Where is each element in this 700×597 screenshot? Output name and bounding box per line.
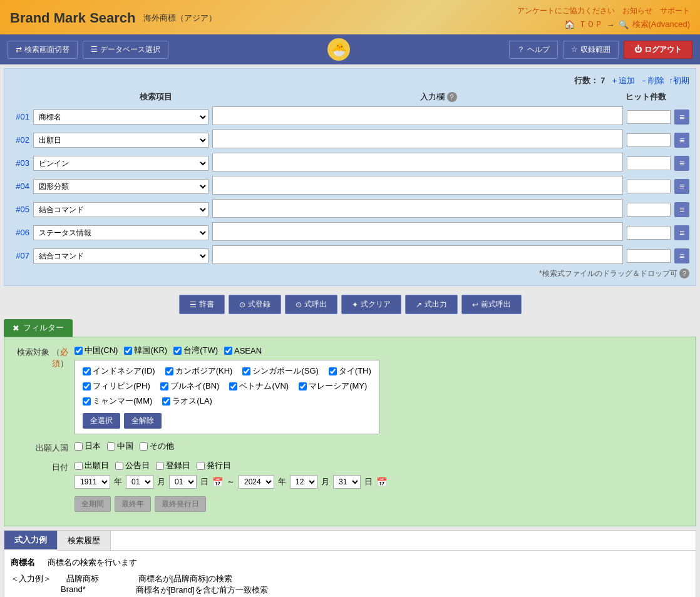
hit-count-1[interactable] [627,110,671,124]
row-num-3[interactable]: #03 [11,158,29,168]
survey-link[interactable]: アンケートにご協力ください [517,6,615,16]
search-textarea-2[interactable] [212,130,623,148]
collect-button[interactable]: ☆ 収録範囲 [563,41,619,59]
to-year-select[interactable]: 2024 [239,475,274,489]
hit-count-2[interactable] [627,133,671,147]
logout-button[interactable]: ⏻ ログアウト [624,41,692,59]
checkbox-la[interactable]: ラオス(LA) [162,395,212,407]
checkbox-ph[interactable]: フィリピン(PH) [83,380,150,392]
checkbox-kh[interactable]: カンボジア(KH) [165,365,233,377]
field-select-4[interactable]: 商標名出願日ピンイン図形分類結合コマンドステータス情報 [33,179,208,194]
field-select-5[interactable]: 商標名出願日ピンイン図形分類結合コマンドステータス情報 [33,202,208,217]
prev-formula-icon: ↩ [472,300,478,309]
latest-year-button[interactable]: 最終年 [115,496,151,512]
formula-output-icon: ↗ [416,300,422,309]
formula-output-button[interactable]: ↗ 式出力 [405,295,458,314]
notice-link[interactable]: お知らせ [622,6,652,16]
field-select-2[interactable]: 商標名出願日ピンイン図形分類結合コマンドステータス情報 [33,133,208,148]
row-num-6[interactable]: #06 [11,228,29,237]
checkbox-bn[interactable]: ブルネイ(BN) [160,380,220,392]
checkbox-jp[interactable]: 日本 [75,441,101,452]
field-select-7[interactable]: 商標名出願日ピンイン図形分類結合コマンドステータス情報 [33,248,208,263]
support-link[interactable]: サポート [660,6,690,16]
all-period-button[interactable]: 全期間 [75,496,111,512]
hit-count-6[interactable] [627,226,671,240]
from-month-select[interactable]: 01 [126,475,153,489]
from-day-select[interactable]: 01 [169,475,197,489]
search-textarea-1[interactable] [212,106,623,125]
field-select-3[interactable]: 商標名出願日ピンイン図形分類結合コマンドステータス情報 [33,156,208,171]
checkbox-gazette[interactable]: 公告日 [115,460,150,471]
asean-checkbox[interactable] [224,347,232,355]
reset-rows-link[interactable]: ↑初期 [669,75,690,86]
hit-count-3[interactable] [627,156,671,170]
select-all-button[interactable]: 全選択 [83,413,120,429]
switch-screen-button[interactable]: ⇄ 検索画面切替 [8,41,78,59]
field-select-6[interactable]: 商標名出願日ピンイン図形分類結合コマンドステータス情報 [33,225,208,240]
formula-recall-button[interactable]: ⊙ 式呼出 [285,295,337,314]
from-year-select[interactable]: 1911 [75,475,110,489]
checkbox-asean[interactable]: ASEAN [224,346,262,355]
row-num-4[interactable]: #04 [11,181,29,191]
deselect-all-button[interactable]: 全解除 [124,413,162,429]
checkbox-filing[interactable]: 出願日 [75,460,109,471]
search-area-header: 行数： 7 ＋追加 －削除 ↑初期 [11,75,689,86]
tab-formula-input[interactable]: 式入力例 [4,531,58,551]
to-month-select[interactable]: 12 [290,475,317,489]
row-num-5[interactable]: #05 [11,205,29,214]
row-num-1[interactable]: #01 [11,112,29,121]
search-textarea-5[interactable] [212,199,623,218]
formula-clear-button[interactable]: ✦ 式クリア [341,295,401,314]
db-select-button[interactable]: ☰ データベース選択 [83,41,168,59]
row-num-7[interactable]: #07 [11,251,29,260]
add-row-link[interactable]: ＋追加 [610,75,635,86]
checkbox-mm[interactable]: ミャンマー(MM) [83,395,152,407]
row-menu-btn-7[interactable]: ≡ [674,248,689,263]
tab-search-history[interactable]: 検索履歴 [58,531,111,550]
checkbox-vn[interactable]: ベトナム(VN) [229,380,289,392]
row-menu-btn-3[interactable]: ≡ [674,156,689,171]
delete-row-link[interactable]: －削除 [640,75,664,86]
dict-button[interactable]: ☰ 辞書 [179,295,225,314]
input-help-icon[interactable]: ? [447,92,457,102]
top-link[interactable]: ＴＯＰ [579,19,603,30]
row-menu-btn-6[interactable]: ≡ [674,225,689,240]
field-select-1[interactable]: 商標名出願日ピンイン図形分類結合コマンドステータス情報 [33,110,208,125]
checkbox-cn2[interactable]: 中国 [107,441,133,452]
row-menu-btn-1[interactable]: ≡ [674,110,689,125]
row-menu-btn-5[interactable]: ≡ [674,202,689,217]
filter-header[interactable]: ✖ フィルター [4,319,73,337]
checkbox-tw[interactable]: 台湾(TW) [173,345,218,356]
to-day-select[interactable]: 31 [333,475,361,489]
row-menu-btn-2[interactable]: ≡ [674,133,689,148]
advanced-link[interactable]: 検索(Advanced) [632,19,690,30]
row-menu-btn-4[interactable]: ≡ [674,179,689,194]
search-textarea-3[interactable] [212,153,623,171]
search-textarea-4[interactable] [212,176,623,195]
row-num-2[interactable]: #02 [11,135,29,145]
checkbox-other[interactable]: その他 [140,441,174,452]
search-textarea-6[interactable] [212,222,623,241]
kr-checkbox[interactable] [124,347,132,355]
to-calendar-icon[interactable]: 📅 [376,477,387,487]
tw-checkbox[interactable] [173,347,182,355]
checkbox-kr[interactable]: 韓国(KR) [124,345,167,356]
checkbox-sg[interactable]: シンガポール(SG) [242,365,318,377]
hit-count-7[interactable] [627,249,671,263]
from-calendar-icon[interactable]: 📅 [212,477,223,487]
checkbox-pub[interactable]: 発行日 [197,460,231,471]
help-button[interactable]: ？ ヘルプ [509,41,558,59]
cn-checkbox[interactable] [75,347,83,355]
checkbox-my[interactable]: マレーシア(MY) [299,380,367,392]
checkbox-reg[interactable]: 登録日 [156,460,190,471]
prev-formula-button[interactable]: ↩ 前式呼出 [461,295,522,314]
latest-pub-button[interactable]: 最終発行日 [155,496,206,512]
formula-register-button[interactable]: ⊙ 式登録 [229,295,281,314]
drag-drop-help-icon[interactable]: ? [679,268,689,278]
hit-count-4[interactable] [627,180,671,193]
hit-count-5[interactable] [627,203,671,217]
checkbox-cn[interactable]: 中国(CN) [75,345,118,356]
checkbox-id[interactable]: インドネシア(ID) [83,365,155,377]
search-textarea-7[interactable] [212,245,623,264]
checkbox-th[interactable]: タイ(TH) [329,365,371,377]
